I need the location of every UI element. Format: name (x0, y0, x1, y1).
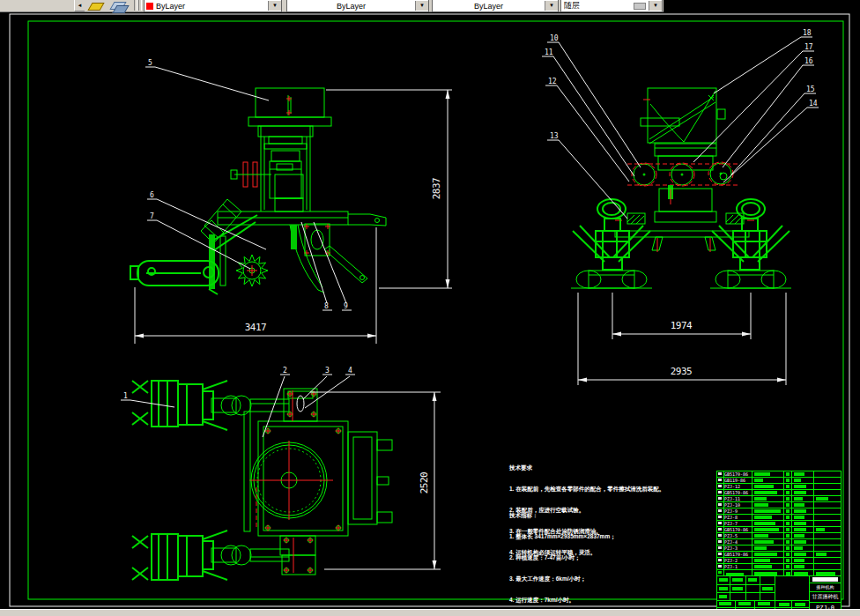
properties-toolbar: ◂ ByLayer ▼ ByLayer ▼ ByLayer ▼ 随层 ▼ (0, 0, 664, 12)
table-row: PZJ-4 (717, 539, 841, 545)
svg-text:18: 18 (803, 29, 812, 37)
front-view (571, 88, 791, 288)
table-row: GB5170-86 (717, 471, 841, 478)
lineweight-value: ByLayer (433, 2, 545, 11)
chevron-down-icon[interactable]: ▼ (545, 1, 558, 11)
svg-text:9: 9 (344, 302, 348, 310)
side-view (130, 88, 386, 294)
dim-text-3417: 3417 (245, 322, 267, 333)
table-row: GB5170-86 (717, 490, 841, 496)
svg-text:13: 13 (550, 132, 559, 140)
table-row: PZJ-11 (717, 496, 841, 502)
svg-text:15: 15 (806, 85, 815, 93)
tech-spec-item: 3. 最大工作速度：6km/小时； (509, 575, 616, 583)
toolbar-separator (138, 0, 142, 11)
svg-text:12: 12 (548, 78, 557, 85)
svg-text:10: 10 (550, 34, 559, 42)
chevron-down-icon[interactable]: ▼ (268, 1, 281, 11)
linetype-value: ByLayer (287, 2, 415, 11)
tech-spec-item: 1. 整体长 3417mm×2935mm×2837mm； (509, 533, 616, 540)
chevron-down-icon[interactable]: ▼ (415, 1, 428, 11)
table-row: PZJ-7 (717, 521, 841, 527)
svg-text:8: 8 (324, 302, 329, 310)
table-row: GB119-86 (717, 478, 841, 484)
title-block-org: 播种机构 (810, 583, 841, 592)
table-row: GB5170-86 (717, 527, 841, 533)
svg-text:4: 4 (348, 367, 352, 375)
dim-text-2935: 2935 (671, 366, 693, 377)
tech-spec-item: 2. 种植速度：7-47亩/小时； (509, 554, 616, 561)
table-row: PZJ-5 (717, 533, 841, 539)
color-control-dropdown[interactable]: ByLayer ▼ (144, 0, 282, 12)
table-row: PZJ-10 (717, 502, 841, 508)
svg-text:3: 3 (325, 367, 330, 375)
status-bar (0, 609, 860, 616)
technical-specs: 技术指标： 1. 整体长 3417mm×2935mm×2837mm； 2. 种植… (509, 498, 616, 616)
table-row: PZJ-8 (717, 515, 841, 521)
plot-style-value: 随层 (561, 0, 631, 11)
plot-style-icon (634, 3, 646, 10)
dropdown-arrow-fragment[interactable]: ◂ (74, 0, 85, 11)
svg-text:11: 11 (545, 48, 553, 56)
dim-text-2520: 2520 (419, 472, 430, 494)
color-value: ByLayer (156, 2, 268, 11)
dim-text-1974: 1974 (671, 320, 693, 331)
tech-req-item: 1. 在装配前，先检查各零部件的配合，零件擦拭清洗后装配。 (509, 486, 664, 493)
make-object-layer-current-button[interactable] (86, 0, 107, 11)
table-row: PZJ-1 (717, 564, 841, 570)
linetype-control-dropdown[interactable]: ByLayer ▼ (286, 0, 429, 12)
dimension-front-width: 2935 (578, 293, 786, 385)
svg-text:5: 5 (148, 59, 152, 67)
svg-text:7: 7 (150, 212, 154, 220)
tech-req-title: 技术要求 (509, 464, 664, 471)
dimension-side-height: 2837 (326, 90, 452, 288)
spiked-press-wheel (236, 255, 268, 286)
table-row: PZJ-2 (717, 558, 841, 564)
top-view (132, 381, 392, 580)
svg-text:17: 17 (804, 43, 813, 51)
svg-text:14: 14 (809, 100, 818, 108)
table-row: PZJ-12 (717, 484, 841, 490)
make-object-layer-current-icon (87, 3, 104, 11)
cad-application-window: ◂ ByLayer ▼ ByLayer ▼ ByLayer ▼ 随层 ▼ (0, 0, 860, 616)
title-block-mark-bar (812, 577, 838, 582)
color-swatch (146, 3, 153, 10)
tech-spec-item: 4. 运行速度：7km/小时。 (509, 597, 616, 604)
svg-text:6: 6 (150, 191, 154, 199)
layer-previous-button[interactable] (109, 0, 130, 11)
table-row: PZJ-3 (717, 545, 841, 552)
tech-spec-title: 技术指标： (509, 512, 616, 519)
toolbar-separator (134, 0, 137, 11)
title-block-product: 甘蔗播种机 (810, 592, 841, 603)
chevron-down-icon[interactable]: ▼ (649, 1, 662, 11)
table-row: PZJ-9 (717, 508, 841, 515)
dim-text-2837: 2837 (431, 178, 442, 200)
svg-text:2: 2 (283, 367, 287, 375)
plot-style-control-dropdown[interactable]: 随层 ▼ (560, 0, 663, 12)
svg-text:1: 1 (123, 392, 128, 400)
lineweight-control-dropdown[interactable]: ByLayer ▼ (432, 0, 559, 12)
table-row: GB5170-86 (717, 552, 841, 558)
svg-text:16: 16 (804, 57, 813, 65)
bom-table: GB5170-86 GB119-86 PZJ-12 GB5170-86 PZJ-… (716, 471, 841, 579)
dimension-front-track: 1974 (612, 293, 751, 339)
